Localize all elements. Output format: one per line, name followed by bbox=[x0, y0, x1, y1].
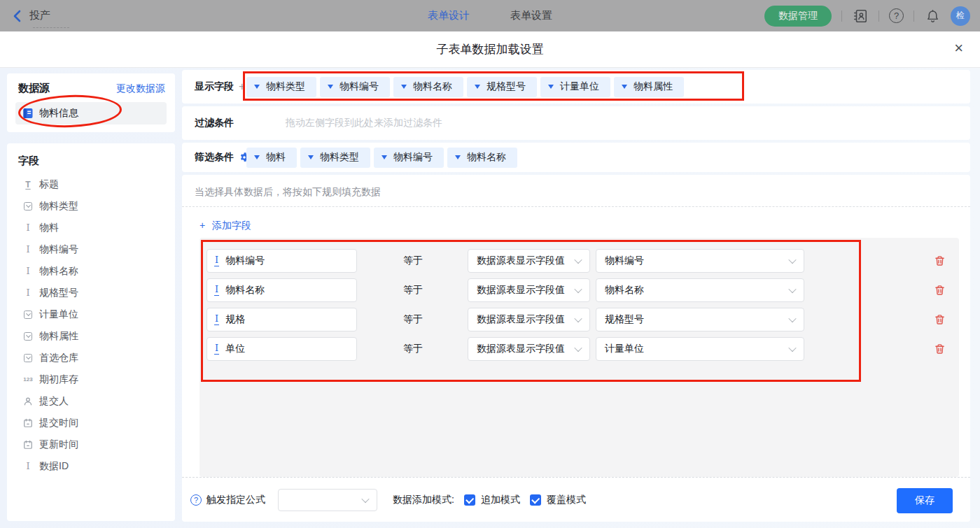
help-icon[interactable]: ? bbox=[889, 8, 904, 23]
text-field-icon: I bbox=[214, 255, 219, 266]
chevron-down-icon bbox=[788, 315, 796, 322]
field-chip[interactable]: 规格型号 bbox=[467, 77, 537, 97]
field-chip[interactable]: 计量单位 bbox=[540, 77, 610, 97]
source-type-select[interactable]: 数据源表显示字段值 bbox=[468, 308, 590, 331]
fields-list: T I 123 标题 bbox=[7, 173, 175, 477]
field-label: 提交时间 bbox=[39, 417, 78, 429]
delete-row-icon[interactable] bbox=[934, 255, 945, 266]
add-field-label: 添加字段 bbox=[212, 220, 251, 231]
filter-condition-label: 过滤条件 bbox=[195, 117, 234, 129]
screening-field-chips: 物料 物料类型 物料编号 bbox=[246, 143, 521, 172]
source-field-select[interactable]: 物料名称 bbox=[596, 278, 804, 302]
field-list-item[interactable]: T I 123 更新时间 bbox=[7, 434, 175, 455]
text-field-icon: I bbox=[214, 343, 219, 355]
text-field-icon: I bbox=[22, 266, 34, 277]
field-list-item[interactable]: T I 123 物料名称 bbox=[7, 260, 175, 282]
field-chip[interactable]: 物料 bbox=[246, 148, 297, 168]
delete-row-icon[interactable] bbox=[934, 343, 945, 355]
tab-form-design[interactable]: 表单设计 bbox=[428, 9, 470, 22]
chip-label: 物料名称 bbox=[467, 151, 506, 164]
formula-select[interactable] bbox=[278, 489, 377, 511]
field-chip[interactable]: 物料名称 bbox=[447, 148, 517, 168]
mode-options: 追加模式 覆盖模式 bbox=[454, 494, 586, 506]
source-type-select[interactable]: 数据源表显示字段值 bbox=[468, 278, 590, 302]
display-fields-label: 显示字段 bbox=[195, 80, 234, 93]
field-chip[interactable]: 物料编号 bbox=[374, 148, 444, 168]
mode-checkbox-option[interactable]: 覆盖模式 bbox=[530, 494, 586, 506]
target-field-input[interactable]: I 规格 bbox=[206, 308, 357, 331]
field-chip[interactable]: 物料编号 bbox=[320, 77, 390, 97]
checkbox-icon[interactable] bbox=[464, 494, 475, 506]
modal-title: 子表单数据加载设置 bbox=[437, 41, 544, 57]
field-list-item[interactable]: T I 123 物料 bbox=[7, 217, 175, 238]
change-datasource-link[interactable]: 更改数据源 bbox=[116, 83, 165, 95]
save-button[interactable]: 保存 bbox=[897, 488, 953, 513]
target-field-input[interactable]: I 单位 bbox=[206, 337, 357, 361]
source-field-select[interactable]: 计量单位 bbox=[596, 337, 804, 361]
source-field-select[interactable]: 物料编号 bbox=[596, 249, 804, 273]
rule-row: I 物料名称 等于 数据源表显示字段值 物料名称 bbox=[206, 278, 959, 302]
field-list-item[interactable]: T I 123 提交时间 bbox=[7, 412, 175, 434]
fill-rules-hint: 当选择具体数据后，将按如下规则填充数据 bbox=[195, 186, 381, 199]
field-list-item[interactable]: T I 123 物料属性 bbox=[7, 325, 175, 347]
delete-row-icon[interactable] bbox=[934, 285, 945, 296]
field-list-item[interactable]: T I 123 首选仓库 bbox=[7, 347, 175, 369]
chevron-down-icon bbox=[574, 344, 582, 352]
field-list-item[interactable]: T I 123 规格型号 bbox=[7, 282, 175, 304]
add-field-link[interactable]: + 添加字段 bbox=[200, 220, 255, 232]
tab-form-settings[interactable]: 表单设置 bbox=[510, 9, 552, 22]
screening-condition-label: 筛选条件 bbox=[195, 151, 234, 164]
delete-row-icon[interactable] bbox=[934, 314, 945, 325]
chip-dropdown-icon bbox=[475, 85, 480, 89]
chip-dropdown-icon bbox=[622, 85, 627, 89]
divider bbox=[913, 10, 914, 22]
divider bbox=[182, 477, 970, 478]
notification-bell-icon[interactable] bbox=[924, 8, 941, 24]
rule-row: I 物料编号 等于 数据源表显示字段值 物料编号 bbox=[206, 249, 959, 273]
field-label: 物料类型 bbox=[39, 200, 78, 213]
rule-row: I 单位 等于 数据源表显示字段值 计量单位 bbox=[206, 337, 959, 361]
source-type-select[interactable]: 数据源表显示字段值 bbox=[468, 249, 590, 273]
field-list-item[interactable]: T I 123 期初库存 bbox=[7, 369, 175, 390]
field-label: 提交人 bbox=[39, 395, 69, 408]
operator-label: 等于 bbox=[403, 255, 426, 267]
data-manage-button[interactable]: 数据管理 bbox=[764, 6, 832, 27]
chip-label: 物料名称 bbox=[413, 80, 452, 93]
source-field-value: 规格型号 bbox=[605, 313, 644, 326]
close-icon[interactable]: × bbox=[954, 41, 963, 56]
screening-condition-row: 筛选条件 物料 bbox=[182, 143, 970, 172]
field-chip[interactable]: 物料属性 bbox=[614, 77, 684, 97]
target-field-input[interactable]: I 物料编号 bbox=[206, 249, 357, 273]
field-label: 期初库存 bbox=[39, 373, 78, 386]
field-list-item[interactable]: T I 123 标题 bbox=[7, 173, 175, 195]
field-list-item[interactable]: T I 123 物料编号 bbox=[7, 238, 175, 260]
divider bbox=[841, 10, 842, 22]
target-field-label: 规格 bbox=[225, 313, 245, 326]
chip-label: 物料属性 bbox=[634, 80, 673, 93]
filter-dropzone-placeholder[interactable]: 拖动左侧字段到此处来添加过滤条件 bbox=[286, 117, 442, 129]
field-chip[interactable]: 物料名称 bbox=[393, 77, 463, 97]
field-list-item[interactable]: T I 123 提交人 bbox=[7, 390, 175, 412]
formula-help-icon[interactable]: ? bbox=[190, 494, 202, 506]
field-chip[interactable]: 物料类型 bbox=[300, 148, 370, 168]
datasource-item[interactable]: 物料信息 bbox=[15, 102, 167, 124]
field-list-item[interactable]: T I 123 数据ID bbox=[7, 455, 175, 477]
source-field-select[interactable]: 规格型号 bbox=[596, 308, 804, 331]
add-display-field-button[interactable]: + bbox=[239, 80, 245, 93]
fields-panel: 字段 T I 123 bbox=[7, 143, 175, 521]
source-type-select[interactable]: 数据源表显示字段值 bbox=[468, 337, 590, 361]
field-chip[interactable]: 物料类型 bbox=[246, 77, 316, 97]
mode-checkbox-option[interactable]: 追加模式 bbox=[464, 494, 520, 506]
field-label: 数据ID bbox=[39, 460, 69, 473]
source-type-value: 数据源表显示字段值 bbox=[477, 255, 565, 267]
mode-option-label: 覆盖模式 bbox=[547, 494, 586, 506]
checkbox-icon[interactable] bbox=[530, 494, 541, 506]
field-list-item[interactable]: T I 123 计量单位 bbox=[7, 304, 175, 325]
contacts-book-icon[interactable] bbox=[852, 8, 869, 24]
user-avatar[interactable]: 检 bbox=[951, 6, 970, 26]
target-field-input[interactable]: I 物料名称 bbox=[206, 278, 357, 302]
select-field-icon bbox=[22, 201, 34, 212]
chip-label: 物料 bbox=[266, 151, 286, 164]
chip-dropdown-icon bbox=[328, 85, 333, 89]
field-list-item[interactable]: T I 123 物料类型 bbox=[7, 195, 175, 217]
